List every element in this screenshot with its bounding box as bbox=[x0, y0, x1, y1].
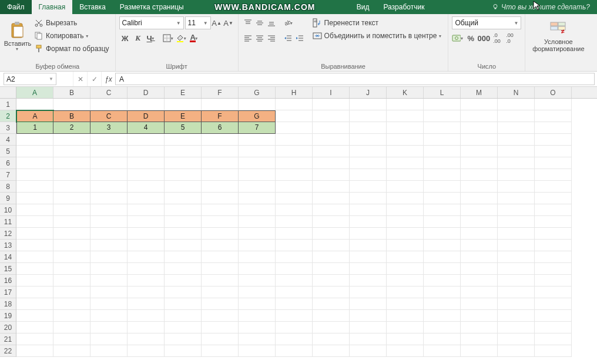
cell[interactable] bbox=[498, 345, 535, 357]
cell[interactable] bbox=[313, 193, 350, 204]
cell[interactable]: C bbox=[90, 110, 128, 122]
cell[interactable] bbox=[535, 287, 572, 298]
cell[interactable] bbox=[498, 228, 535, 240]
cell[interactable] bbox=[424, 204, 461, 216]
cell[interactable] bbox=[16, 287, 53, 298]
cell[interactable] bbox=[53, 322, 90, 333]
cell[interactable] bbox=[387, 193, 424, 204]
cell[interactable] bbox=[90, 263, 128, 275]
cell[interactable] bbox=[350, 181, 387, 193]
cell[interactable]: G bbox=[239, 110, 276, 122]
cell[interactable] bbox=[498, 240, 535, 251]
tab-developer[interactable]: Разработчик bbox=[376, 0, 431, 14]
cell[interactable] bbox=[313, 322, 350, 333]
cell[interactable] bbox=[128, 322, 165, 333]
cell[interactable] bbox=[498, 298, 535, 310]
cell[interactable] bbox=[239, 298, 276, 310]
cell[interactable] bbox=[424, 228, 461, 240]
increase-font-button[interactable]: A▲ bbox=[211, 16, 223, 29]
cell[interactable] bbox=[239, 134, 276, 146]
cell[interactable] bbox=[350, 263, 387, 275]
cell[interactable] bbox=[165, 134, 202, 146]
cell[interactable] bbox=[535, 275, 572, 287]
cell[interactable] bbox=[90, 157, 128, 169]
cell[interactable] bbox=[90, 345, 128, 357]
cell[interactable] bbox=[313, 275, 350, 287]
cell[interactable] bbox=[461, 287, 498, 298]
cell[interactable] bbox=[535, 251, 572, 263]
cell[interactable] bbox=[202, 310, 239, 322]
cell[interactable] bbox=[313, 240, 350, 251]
cell[interactable] bbox=[424, 193, 461, 204]
cell[interactable] bbox=[16, 157, 53, 169]
cell[interactable] bbox=[53, 146, 90, 157]
cell[interactable] bbox=[313, 298, 350, 310]
cell[interactable] bbox=[313, 99, 350, 110]
percent-button[interactable]: % bbox=[465, 32, 477, 45]
cell[interactable] bbox=[165, 181, 202, 193]
font-size-combo[interactable]: 11▼ bbox=[185, 16, 211, 29]
cell[interactable] bbox=[276, 110, 313, 122]
cell[interactable] bbox=[53, 345, 90, 357]
cell[interactable] bbox=[313, 181, 350, 193]
cell[interactable] bbox=[276, 310, 313, 322]
cell[interactable] bbox=[128, 216, 165, 228]
cell[interactable] bbox=[498, 99, 535, 110]
cell[interactable] bbox=[424, 287, 461, 298]
cell[interactable] bbox=[16, 263, 53, 275]
cell[interactable] bbox=[128, 310, 165, 322]
cell[interactable] bbox=[202, 181, 239, 193]
cell[interactable] bbox=[350, 322, 387, 333]
cell[interactable] bbox=[239, 287, 276, 298]
cell[interactable] bbox=[350, 157, 387, 169]
cell[interactable] bbox=[535, 204, 572, 216]
cell[interactable] bbox=[387, 204, 424, 216]
cell[interactable] bbox=[16, 193, 53, 204]
row-header[interactable]: 12 bbox=[0, 228, 16, 240]
cell[interactable] bbox=[535, 240, 572, 251]
cell[interactable] bbox=[313, 287, 350, 298]
cells-area[interactable]: ABCDEFG1234567 bbox=[16, 99, 572, 357]
cell[interactable] bbox=[350, 146, 387, 157]
cell[interactable] bbox=[202, 263, 239, 275]
cell[interactable] bbox=[461, 99, 498, 110]
cell[interactable] bbox=[535, 310, 572, 322]
cell[interactable] bbox=[387, 240, 424, 251]
cell[interactable] bbox=[165, 251, 202, 263]
cell[interactable] bbox=[313, 134, 350, 146]
cell[interactable] bbox=[461, 193, 498, 204]
row-header[interactable]: 8 bbox=[0, 181, 16, 193]
cell[interactable] bbox=[202, 134, 239, 146]
row-header[interactable]: 21 bbox=[0, 333, 16, 345]
cell[interactable] bbox=[276, 333, 313, 345]
cell[interactable] bbox=[202, 157, 239, 169]
cell[interactable] bbox=[498, 157, 535, 169]
row-header[interactable]: 22 bbox=[0, 345, 16, 357]
cell[interactable] bbox=[350, 169, 387, 181]
column-header[interactable]: L bbox=[424, 87, 461, 98]
cell[interactable] bbox=[387, 287, 424, 298]
cell[interactable] bbox=[128, 345, 165, 357]
cell[interactable] bbox=[535, 333, 572, 345]
cell[interactable] bbox=[498, 310, 535, 322]
cell[interactable] bbox=[165, 169, 202, 181]
cell[interactable] bbox=[16, 240, 53, 251]
cell[interactable] bbox=[53, 263, 90, 275]
cell[interactable] bbox=[90, 193, 128, 204]
cell[interactable] bbox=[535, 228, 572, 240]
cell[interactable] bbox=[165, 216, 202, 228]
cell[interactable] bbox=[424, 134, 461, 146]
cell[interactable] bbox=[461, 122, 498, 134]
cell[interactable] bbox=[202, 287, 239, 298]
cell[interactable] bbox=[16, 298, 53, 310]
cell[interactable] bbox=[387, 322, 424, 333]
cell[interactable] bbox=[16, 251, 53, 263]
cell[interactable] bbox=[461, 322, 498, 333]
cell[interactable] bbox=[535, 134, 572, 146]
cell[interactable] bbox=[276, 240, 313, 251]
cell[interactable] bbox=[90, 240, 128, 251]
cell[interactable] bbox=[239, 275, 276, 287]
row-header[interactable]: 19 bbox=[0, 310, 16, 322]
cell[interactable] bbox=[239, 322, 276, 333]
cell[interactable] bbox=[90, 287, 128, 298]
